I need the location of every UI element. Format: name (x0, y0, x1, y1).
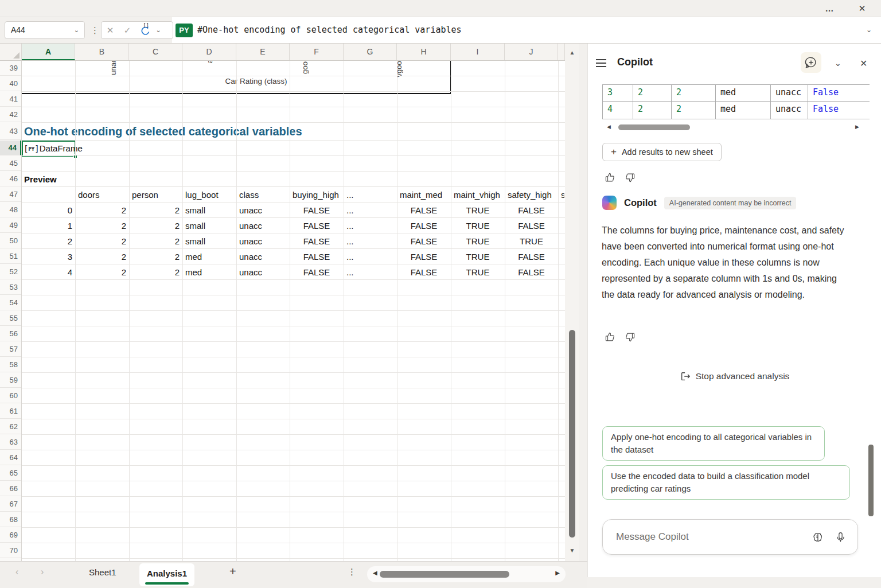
preview-cell[interactable]: FALSE (505, 218, 558, 233)
sheet-tab-analysis1[interactable]: Analysis1 (139, 563, 194, 586)
thumbs-down-icon[interactable] (625, 172, 636, 183)
preview-cell[interactable]: 2 (75, 249, 129, 264)
scroll-up-icon[interactable]: ▲ (565, 49, 579, 56)
preview-cell[interactable]: 2 (129, 233, 182, 249)
add-sheet-button[interactable]: + (229, 565, 236, 578)
preview-cell[interactable]: small (182, 218, 236, 233)
row-header-43[interactable]: 43 (0, 123, 21, 140)
preview-cell[interactable]: 2 (75, 264, 129, 280)
preview-cell[interactable]: 2 (75, 233, 129, 249)
row-header-44[interactable]: 44 (0, 141, 21, 155)
preview-header-cell[interactable]: ... (344, 187, 397, 203)
preview-cell[interactable]: 1 (22, 218, 75, 233)
vertical-scroll-thumb[interactable] (569, 330, 575, 538)
cancel-entry-icon[interactable]: ✕ (102, 25, 119, 36)
preview-cell[interactable]: ... (344, 203, 397, 218)
preview-header-cell[interactable]: doors (75, 187, 129, 203)
preview-cell[interactable]: TRUE (451, 203, 505, 218)
row-header-39[interactable]: 39 (0, 61, 21, 76)
preview-cell[interactable]: TRUE (505, 233, 558, 249)
tab-prev-icon[interactable]: ‹ (15, 567, 18, 577)
ai-brain-icon[interactable] (812, 531, 824, 543)
preview-cell[interactable]: 2 (129, 203, 182, 218)
preview-cell[interactable]: FALSE (290, 203, 344, 218)
preview-cell[interactable]: ... (344, 264, 397, 280)
preview-header-cell[interactable]: maint_med (397, 187, 451, 203)
preview-cell[interactable]: unacc (236, 264, 290, 280)
row-header-57[interactable]: 57 (0, 342, 21, 357)
microphone-icon[interactable] (835, 531, 847, 543)
cell-name-box[interactable]: A44 ⌄ (5, 21, 85, 39)
window-more-icon[interactable]: … (821, 0, 839, 17)
row-header-69[interactable]: 69 (0, 528, 21, 543)
column-header-a[interactable]: A (22, 44, 75, 60)
row-header-46[interactable]: 46 (0, 172, 21, 186)
preview-cell[interactable]: FALSE (290, 249, 344, 264)
column-header-clipped[interactable] (558, 44, 565, 60)
preview-cell[interactable]: FALSE (397, 203, 451, 218)
table-scroll-left-icon[interactable]: ◀ (607, 124, 611, 130)
tab-bar-kebab-icon[interactable]: ⋮ (348, 567, 356, 577)
preview-header-cell[interactable]: safety_high (505, 187, 558, 203)
preview-cell[interactable]: small (182, 203, 236, 218)
preview-cell[interactable]: 0 (22, 203, 75, 218)
preview-cell[interactable]: FALSE (290, 218, 344, 233)
panel-collapse-chevron-icon[interactable]: ⌄ (835, 59, 841, 68)
row-header-64[interactable]: 64 (0, 450, 21, 465)
row-header-58[interactable]: 58 (0, 357, 21, 372)
preview-cell[interactable]: unacc (236, 203, 290, 218)
formula-content[interactable]: #One-hot encoding of selected categorica… (197, 17, 462, 43)
row-header-53[interactable]: 53 (0, 280, 21, 295)
result-table-scrollbar[interactable]: ◀ ▶ (602, 123, 860, 132)
row-header-48[interactable]: 48 (0, 203, 21, 217)
thumbs-down-icon[interactable] (625, 332, 636, 342)
row-header-45[interactable]: 45 (0, 156, 21, 171)
preview-cell[interactable]: TRUE (451, 249, 505, 264)
preview-cell[interactable]: unacc (236, 218, 290, 233)
preview-cell[interactable]: ... (344, 218, 397, 233)
thumbs-up-icon[interactable] (605, 332, 615, 342)
preview-cell[interactable]: 2 (75, 218, 129, 233)
preview-cell[interactable]: FALSE (397, 233, 451, 249)
preview-header-cell[interactable]: person (129, 187, 182, 203)
preview-cell[interactable]: TRUE (451, 264, 505, 280)
preview-cell[interactable]: FALSE (505, 203, 558, 218)
column-header-c[interactable]: C (129, 44, 182, 60)
grid-horizontal-scrollbar[interactable]: ◀ ▶ (367, 566, 566, 582)
preview-cell[interactable]: 4 (22, 264, 75, 280)
preview-cell[interactable]: FALSE (290, 264, 344, 280)
sheet-grid[interactable]: Car Rating (class) unaccaccgoodvgood One… (22, 61, 565, 561)
preview-cell[interactable]: FALSE (397, 264, 451, 280)
formula-bar-expand-icon[interactable]: ⌄ (866, 17, 872, 43)
preview-header-cell-clipped[interactable]: s (558, 187, 564, 203)
stop-advanced-analysis-button[interactable]: Stop advanced analysis (588, 371, 881, 381)
preview-cell[interactable]: FALSE (397, 249, 451, 264)
preview-label-cell[interactable]: Preview (24, 172, 57, 187)
column-header-e[interactable]: E (236, 44, 290, 60)
row-header-67[interactable]: 67 (0, 497, 21, 512)
row-header-40[interactable]: 40 (0, 76, 21, 91)
column-header-j[interactable]: J (505, 44, 558, 60)
row-header-42[interactable]: 42 (0, 107, 21, 122)
confirm-entry-icon[interactable]: ✓ (119, 25, 136, 36)
suggestion-pill[interactable]: Use the encoded data to build a classifi… (602, 465, 850, 500)
message-copilot-input[interactable] (603, 531, 812, 543)
row-header-51[interactable]: 51 (0, 249, 21, 264)
menu-icon[interactable] (596, 59, 606, 67)
row-header-65[interactable]: 65 (0, 466, 21, 481)
sheet-tab-sheet1[interactable]: Sheet1 (89, 567, 116, 577)
preview-cell[interactable]: 2 (129, 264, 182, 280)
horizontal-scroll-thumb[interactable] (380, 571, 509, 578)
column-header-i[interactable]: I (451, 44, 505, 60)
row-header-68[interactable]: 68 (0, 512, 21, 527)
formula-bar-kebab-icon[interactable]: ⋮ (91, 22, 99, 39)
scroll-down-icon[interactable]: ▼ (565, 547, 579, 554)
row-header-59[interactable]: 59 (0, 373, 21, 388)
preview-cell[interactable]: ... (344, 233, 397, 249)
panel-scroll-thumb[interactable] (868, 445, 874, 516)
preview-cell[interactable]: ... (344, 249, 397, 264)
row-header-41[interactable]: 41 (0, 92, 21, 107)
row-header-50[interactable]: 50 (0, 233, 21, 248)
preview-cell[interactable]: TRUE (451, 218, 505, 233)
preview-cell[interactable]: 2 (22, 233, 75, 249)
